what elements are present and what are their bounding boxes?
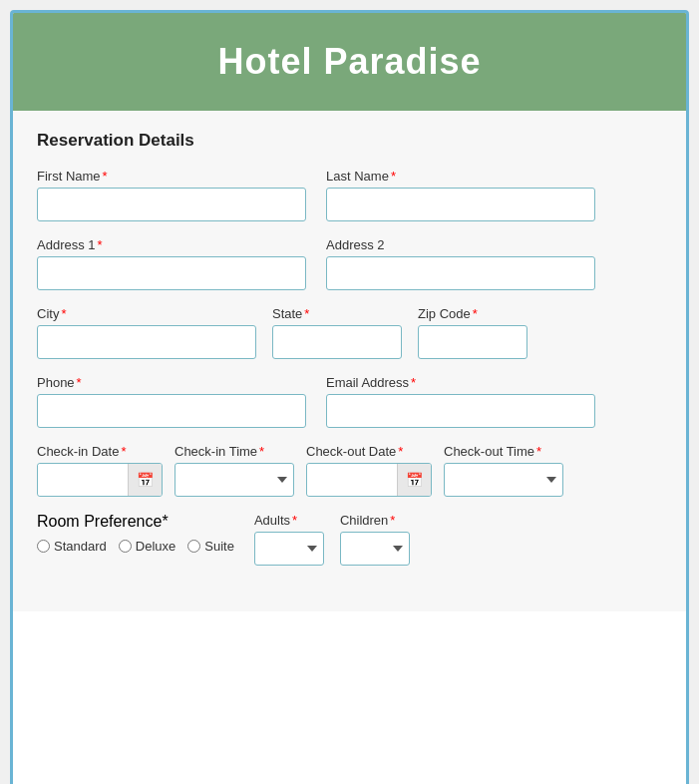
state-group: State* (272, 306, 402, 359)
checkin-row: Check-in Date* 📅 Check-in Time* 12:00 AM… (37, 444, 662, 497)
radio-deluxe-input[interactable] (119, 540, 132, 553)
radio-standard-input[interactable] (37, 540, 50, 553)
address1-group: Address 1* (37, 237, 306, 290)
city-state-zip-row: City* State* Zip Code* (37, 306, 662, 359)
email-group: Email Address* (326, 375, 595, 428)
zip-label: Zip Code* (418, 306, 527, 321)
radio-deluxe-label: Deluxe (136, 539, 175, 554)
checkin-calendar-button[interactable]: 📅 (128, 464, 162, 496)
room-preference-label: Room Preference* (37, 513, 234, 531)
adults-label: Adults* (254, 513, 324, 528)
phone-input[interactable] (37, 394, 306, 428)
children-group: Children* 0 1 2 3 4 5 (340, 513, 410, 566)
phone-group: Phone* (37, 375, 306, 428)
checkin-date-label: Check-in Date* (37, 444, 163, 459)
radio-standard[interactable]: Standard (37, 539, 107, 554)
checkin-date-wrapper: 📅 (37, 463, 163, 497)
radio-standard-label: Standard (54, 539, 107, 554)
radio-suite-label: Suite (204, 539, 234, 554)
address1-label: Address 1* (37, 237, 306, 252)
adults-select[interactable]: 1 2 3 4 5 6 (254, 532, 324, 566)
form-container: Reservation Details First Name* Last Nam… (13, 111, 686, 611)
header: Hotel Paradise (13, 13, 686, 111)
app-title: Hotel Paradise (33, 41, 666, 83)
address2-group: Address 2 (326, 237, 595, 290)
checkout-date-input[interactable] (307, 464, 397, 496)
last-name-input[interactable] (326, 188, 595, 221)
checkout-time-group: Check-out Time* 12:00 AM 6:00 AM 7:00 AM… (444, 444, 563, 497)
phone-email-row: Phone* Email Address* (37, 375, 662, 428)
city-label: City* (37, 306, 256, 321)
zip-group: Zip Code* (418, 306, 527, 359)
state-label: State* (272, 306, 402, 321)
checkin-date-input[interactable] (38, 464, 128, 496)
children-select[interactable]: 0 1 2 3 4 5 (340, 532, 410, 566)
first-name-group: First Name* (37, 169, 306, 221)
room-preference-group: Room Preference* Standard Deluxe Suite (37, 513, 234, 554)
email-label: Email Address* (326, 375, 595, 390)
zip-input[interactable] (418, 325, 527, 359)
room-preference-options: Standard Deluxe Suite (37, 539, 234, 554)
first-name-input[interactable] (37, 188, 306, 221)
first-name-label: First Name* (37, 169, 306, 184)
radio-suite-input[interactable] (187, 540, 200, 553)
address-row: Address 1* Address 2 (37, 237, 662, 290)
app-container: Hotel Paradise Reservation Details First… (10, 10, 689, 784)
adults-group: Adults* 1 2 3 4 5 6 (254, 513, 324, 566)
checkout-calendar-button[interactable]: 📅 (397, 464, 431, 496)
checkin-time-group: Check-in Time* 12:00 AM 6:00 AM 7:00 AM … (175, 444, 294, 497)
address2-input[interactable] (326, 256, 595, 290)
name-row: First Name* Last Name* (37, 169, 662, 221)
email-input[interactable] (326, 394, 595, 428)
city-input[interactable] (37, 325, 256, 359)
checkout-date-label: Check-out Date* (306, 444, 432, 459)
checkout-date-wrapper: 📅 (306, 463, 432, 497)
phone-label: Phone* (37, 375, 306, 390)
checkin-time-select[interactable]: 12:00 AM 6:00 AM 7:00 AM 8:00 AM 9:00 AM… (175, 463, 294, 497)
radio-deluxe[interactable]: Deluxe (119, 539, 175, 554)
city-group: City* (37, 306, 256, 359)
checkout-time-select[interactable]: 12:00 AM 6:00 AM 7:00 AM 8:00 AM 9:00 AM… (444, 463, 563, 497)
adults-children-group: Adults* 1 2 3 4 5 6 Children* (254, 513, 410, 566)
children-label: Children* (340, 513, 410, 528)
state-input[interactable] (272, 325, 402, 359)
radio-suite[interactable]: Suite (187, 539, 234, 554)
address1-input[interactable] (37, 256, 306, 290)
checkin-time-label: Check-in Time* (175, 444, 294, 459)
room-pref-row: Room Preference* Standard Deluxe Suite (37, 513, 662, 566)
checkin-date-group: Check-in Date* 📅 (37, 444, 163, 497)
checkout-date-group: Check-out Date* 📅 (306, 444, 432, 497)
address2-label: Address 2 (326, 237, 595, 252)
checkout-time-label: Check-out Time* (444, 444, 563, 459)
last-name-group: Last Name* (326, 169, 595, 221)
last-name-label: Last Name* (326, 169, 595, 184)
section-title: Reservation Details (37, 131, 662, 151)
